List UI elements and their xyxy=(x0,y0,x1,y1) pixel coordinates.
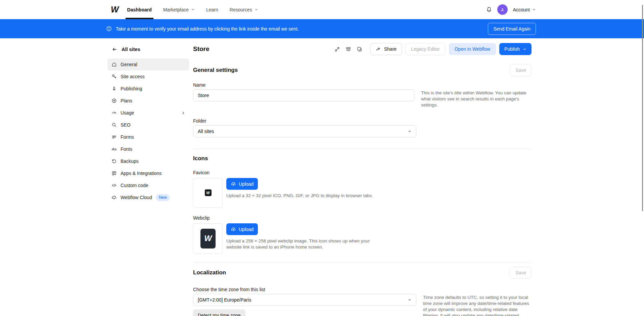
timezone-col: [GMT+2:00] Europe/Paris Detect my time z… xyxy=(193,294,416,316)
sidebar-item-label: General xyxy=(121,62,137,67)
upload-cloud-icon xyxy=(231,227,236,232)
favicon-preview: W xyxy=(193,178,223,208)
open-in-webflow-button[interactable]: Open in Webflow xyxy=(449,43,496,55)
favicon-upload-button[interactable]: Upload xyxy=(226,178,258,190)
site-action-icons xyxy=(334,46,362,52)
sidebar-item-label: Backups xyxy=(121,159,139,164)
nav-item-resources[interactable]: Resources xyxy=(230,0,258,19)
nav-item-marketplace[interactable]: Marketplace xyxy=(163,0,195,19)
avatar[interactable]: J. xyxy=(497,4,508,15)
publish-button[interactable]: Publish xyxy=(499,43,532,55)
arrow-left-icon xyxy=(112,47,117,52)
send-email-again-button[interactable]: Send Email Again xyxy=(488,23,536,35)
sidebar-item-general[interactable]: General xyxy=(107,58,189,71)
legacy-editor-button[interactable]: Legacy Editor xyxy=(405,43,446,55)
sidebar-item-label: Forms xyxy=(121,134,134,140)
site-name-input[interactable] xyxy=(193,89,414,101)
circle-arrow-up-icon xyxy=(111,98,117,103)
transfer-site-icon[interactable] xyxy=(334,46,340,52)
banner-message: Take a moment to verify your email addre… xyxy=(106,26,299,32)
header-actions: Share Legacy Editor Open in Webflow Publ… xyxy=(334,43,532,55)
fonts-aa-icon: Aa xyxy=(111,147,117,151)
top-nav: W Dashboard Marketplace Learn Resources … xyxy=(0,0,644,19)
nav-item-dashboard[interactable]: Dashboard xyxy=(127,0,152,19)
sidebar-item-seo[interactable]: SEO xyxy=(107,119,189,131)
section-divider xyxy=(193,148,532,149)
sidebar-menu: General Site access Publishing Plans Usa… xyxy=(107,58,189,204)
chevron-right-icon xyxy=(181,111,185,115)
archive-icon[interactable] xyxy=(346,46,351,52)
notifications-bell-icon[interactable] xyxy=(486,6,492,13)
folder-label: Folder xyxy=(193,118,532,124)
sidebar-item-label: Site access xyxy=(121,74,145,79)
restore-icon xyxy=(111,159,117,164)
nav-item-label: Marketplace xyxy=(163,7,189,12)
account-menu[interactable]: Account xyxy=(513,7,536,12)
webclip-label: Webclip xyxy=(193,215,532,221)
upload-label: Upload xyxy=(239,181,254,187)
timezone-select[interactable]: [GMT+2:00] Europe/Paris xyxy=(193,294,416,306)
favicon-help-text: Upload a 32 × 32 pixel ICO, PNG, GIF, or… xyxy=(226,193,373,199)
section-divider xyxy=(193,263,532,263)
share-arrow-icon xyxy=(376,46,381,52)
chevron-down-icon xyxy=(408,129,412,133)
sidebar-item-webflow-cloud[interactable]: Webflow Cloud New xyxy=(107,191,189,204)
key-icon xyxy=(111,74,117,79)
webclip-row: W Upload Upload a 256 × 256 pixel webcli… xyxy=(193,223,532,254)
sidebar-item-label: SEO xyxy=(121,122,131,128)
sidebar-item-label: Custom code xyxy=(121,183,148,188)
cloud-icon xyxy=(111,195,117,200)
webclip-upload-button[interactable]: Upload xyxy=(226,223,258,235)
vertical-scrollbar[interactable] xyxy=(642,5,643,211)
sidebar-item-label: Publishing xyxy=(121,86,142,91)
grid-plus-icon xyxy=(111,171,117,176)
chevron-down-icon xyxy=(255,8,258,11)
timezone-help-text: Time zone defaults to UTC, so setting it… xyxy=(423,294,532,316)
content-area: All sites General Site access Publishing… xyxy=(0,38,644,316)
save-button[interactable]: Save xyxy=(510,64,532,76)
sidebar-item-site-access[interactable]: Site access xyxy=(107,71,189,83)
nav-item-label: Learn xyxy=(206,7,218,12)
duplicate-icon[interactable] xyxy=(357,46,362,52)
back-to-all-sites[interactable]: All sites xyxy=(107,47,189,52)
nav-item-label: Dashboard xyxy=(127,7,152,12)
sidebar-item-label: Apps & Integrations xyxy=(121,171,162,176)
webclip-mark-icon: W xyxy=(200,229,216,249)
sidebar-item-backups[interactable]: Backups xyxy=(107,155,189,167)
nav-item-learn[interactable]: Learn xyxy=(206,0,218,19)
info-icon xyxy=(106,26,112,32)
save-button[interactable]: Save xyxy=(510,267,532,279)
name-label: Name xyxy=(193,82,532,88)
chevron-down-icon xyxy=(532,8,536,11)
home-icon xyxy=(111,62,117,67)
sidebar-item-label: Usage xyxy=(121,110,134,116)
icons-heading: Icons xyxy=(193,155,532,162)
email-verification-banner: Take a moment to verify your email addre… xyxy=(0,19,644,38)
lines-icon xyxy=(111,134,117,140)
detect-timezone-button[interactable]: Detect my time zone xyxy=(193,309,245,316)
settings-sidebar: All sites General Site access Publishing… xyxy=(107,47,189,204)
search-icon xyxy=(111,122,117,128)
section-heading: General settings xyxy=(193,67,238,74)
folder-select[interactable]: All sites xyxy=(193,125,416,137)
sidebar-item-custom-code[interactable]: Custom code xyxy=(107,179,189,191)
sidebar-item-apps-integrations[interactable]: Apps & Integrations xyxy=(107,167,189,179)
timezone-label: Choose the time zone from this list xyxy=(193,287,532,292)
sidebar-item-fonts[interactable]: Aa Fonts xyxy=(107,143,189,155)
sidebar-item-forms[interactable]: Forms xyxy=(107,131,189,143)
banner-text: Take a moment to verify your email addre… xyxy=(116,26,299,32)
webclip-upload-col: Upload Upload a 256 × 256 pixel webclip … xyxy=(226,223,386,254)
upload-cloud-icon xyxy=(231,181,236,187)
section-heading: Localization xyxy=(193,269,226,276)
favicon-upload-col: Upload Upload a 32 × 32 pixel ICO, PNG, … xyxy=(226,178,373,208)
site-header: Store Share Legacy Edit xyxy=(193,43,532,55)
gauge-icon xyxy=(111,110,117,116)
sidebar-item-publishing[interactable]: Publishing xyxy=(107,83,189,95)
webflow-logo-icon[interactable]: W xyxy=(111,5,118,14)
code-icon xyxy=(111,183,117,188)
general-settings-header: General settings Save xyxy=(193,64,532,76)
sidebar-item-plans[interactable]: Plans xyxy=(107,95,189,107)
sidebar-item-usage[interactable]: Usage xyxy=(107,107,189,119)
share-button[interactable]: Share xyxy=(370,43,402,55)
rocket-icon xyxy=(111,86,117,91)
